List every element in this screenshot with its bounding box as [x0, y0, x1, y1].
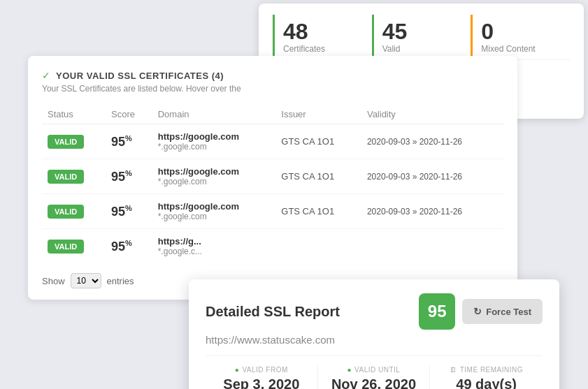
cell-issuer — [275, 229, 361, 264]
detail-url: https://www.statuscake.com — [206, 334, 543, 346]
table-row: VALID 95% https://google.com *.google.co… — [42, 159, 503, 194]
table-body: VALID 95% https://google.com *.google.co… — [42, 124, 503, 264]
refresh-icon: ↻ — [473, 306, 482, 317]
domain-main: https://google.com — [158, 131, 271, 142]
valid-until-icon: ● — [347, 366, 352, 374]
detail-title: Detailed SSL Report — [206, 304, 340, 320]
detail-score-badge: 95 — [419, 293, 455, 330]
detail-card: Detailed SSL Report 95 ↻ Force Test http… — [189, 279, 559, 389]
stat-valid: 45 Valid — [372, 15, 471, 59]
col-status: Status — [42, 105, 106, 124]
force-test-button[interactable]: ↻ Force Test — [462, 299, 543, 324]
valid-badge: VALID — [48, 205, 84, 219]
cell-domain: https://google.com *.google.com — [152, 194, 276, 229]
metric-time-remaining: 🗓 TIME REMAINING 49 day(s) — [430, 366, 543, 389]
valid-badge: VALID — [48, 135, 84, 149]
score-value: 95% — [111, 240, 132, 254]
time-remaining-label-text: TIME REMAINING — [460, 366, 523, 374]
cell-score: 95% — [106, 194, 152, 229]
table-head: Status Score Domain Issuer Validity — [42, 105, 503, 124]
stat-valid-label: Valid — [382, 44, 463, 54]
stat-certificates-number: 48 — [283, 20, 364, 43]
stat-mixed-label: Mixed Content — [481, 44, 561, 54]
cell-score: 95% — [106, 124, 152, 159]
domain-sub: *.google.com — [158, 212, 271, 221]
table-header: ✓ YOUR VALID SSL CERTIFICATES (4) — [42, 70, 503, 81]
force-test-label: Force Test — [486, 307, 531, 317]
domain-main: https://google.com — [158, 201, 271, 212]
valid-badge: VALID — [48, 240, 84, 254]
cell-domain: https://google.com *.google.com — [152, 159, 276, 194]
domain-sub: *.google.com — [158, 142, 271, 152]
table-row: VALID 95% https://g... *.google.c... — [42, 229, 503, 264]
score-value: 95% — [111, 135, 132, 149]
domain-sub: *.google.c... — [158, 247, 271, 256]
col-score: Score — [106, 105, 152, 124]
cell-validity: 2020-09-03 » 2020-11-26 — [361, 159, 503, 194]
stat-valid-number: 45 — [382, 20, 463, 43]
valid-from-icon: ● — [235, 366, 240, 374]
score-value: 95% — [111, 205, 132, 219]
detail-metrics: ● VALID FROM Sep 3, 2020 ● VALID UNTIL N… — [206, 355, 543, 389]
cell-validity: 2020-09-03 » 2020-11-26 — [361, 124, 503, 159]
time-remaining-value: 49 day(s) — [437, 376, 536, 389]
cell-domain: https://g... *.google.c... — [152, 229, 276, 264]
table-title: YOUR VALID SSL CERTIFICATES (4) — [56, 71, 224, 81]
cell-issuer: GTS CA 1O1 — [275, 124, 361, 159]
ssl-table: Status Score Domain Issuer Validity VALI… — [42, 105, 503, 263]
table-subtitle: Your SSL Certificates are listed below. … — [42, 84, 503, 94]
stat-certificates: 48 Certificates — [273, 15, 372, 59]
cell-status: VALID — [42, 229, 106, 264]
stat-certificates-label: Certificates — [283, 44, 364, 54]
col-issuer: Issuer — [275, 105, 361, 124]
valid-from-value: Sep 3, 2020 — [213, 376, 310, 389]
table-card: ✓ YOUR VALID SSL CERTIFICATES (4) Your S… — [28, 56, 517, 300]
col-domain: Domain — [152, 105, 276, 124]
valid-until-label-text: VALID UNTIL — [354, 366, 400, 374]
domain-main: https://google.com — [158, 166, 271, 177]
metric-valid-from: ● VALID FROM Sep 3, 2020 — [206, 366, 318, 389]
metric-valid-until: ● VALID UNTIL Nov 26, 2020 — [318, 366, 431, 389]
cell-status: VALID — [42, 124, 106, 159]
cell-status: VALID — [42, 194, 106, 229]
domain-main: https://g... — [158, 236, 271, 247]
cell-validity: 2020-09-03 » 2020-11-26 — [361, 194, 503, 229]
stat-mixed: 0 Mixed Content — [471, 15, 570, 59]
cell-score: 95% — [106, 159, 152, 194]
cell-domain: https://google.com *.google.com — [152, 124, 276, 159]
entries-label: entries — [107, 276, 134, 286]
per-page-select[interactable]: 10 25 50 — [71, 273, 101, 288]
stat-mixed-number: 0 — [481, 20, 561, 43]
domain-sub: *.google.com — [158, 177, 271, 186]
valid-from-label-text: VALID FROM — [242, 366, 287, 374]
col-validity: Validity — [361, 105, 503, 124]
detail-header: Detailed SSL Report 95 ↻ Force Test — [206, 293, 543, 330]
calendar-icon: 🗓 — [450, 366, 457, 374]
table-row: VALID 95% https://google.com *.google.co… — [42, 124, 503, 159]
stats-row-1: 48 Certificates 45 Valid 0 Mixed Content — [273, 15, 570, 60]
check-icon: ✓ — [42, 70, 50, 81]
cell-validity — [361, 229, 503, 264]
cell-score: 95% — [106, 229, 152, 264]
metric-time-remaining-label: 🗓 TIME REMAINING — [437, 366, 536, 374]
metric-valid-until-label: ● VALID UNTIL — [325, 366, 423, 374]
table-row: VALID 95% https://google.com *.google.co… — [42, 194, 503, 229]
valid-until-value: Nov 26, 2020 — [325, 376, 423, 389]
cell-issuer: GTS CA 1O1 — [275, 194, 361, 229]
score-value: 95% — [111, 170, 132, 184]
cell-issuer: GTS CA 1O1 — [275, 159, 361, 194]
show-label: Show — [42, 276, 65, 286]
metric-valid-from-label: ● VALID FROM — [213, 366, 310, 374]
valid-badge: VALID — [48, 170, 84, 184]
cell-status: VALID — [42, 159, 106, 194]
